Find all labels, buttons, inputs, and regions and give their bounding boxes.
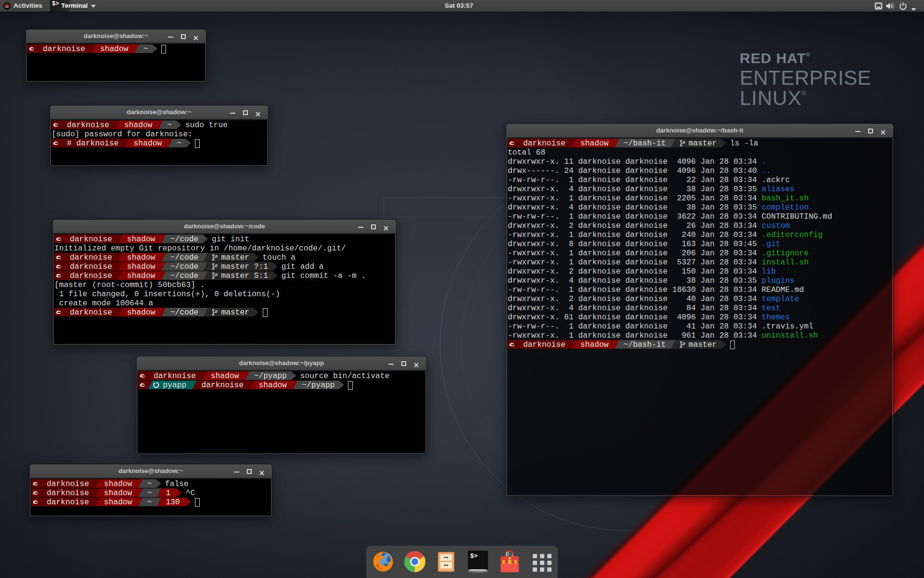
- svg-text:$>: $>: [470, 552, 478, 560]
